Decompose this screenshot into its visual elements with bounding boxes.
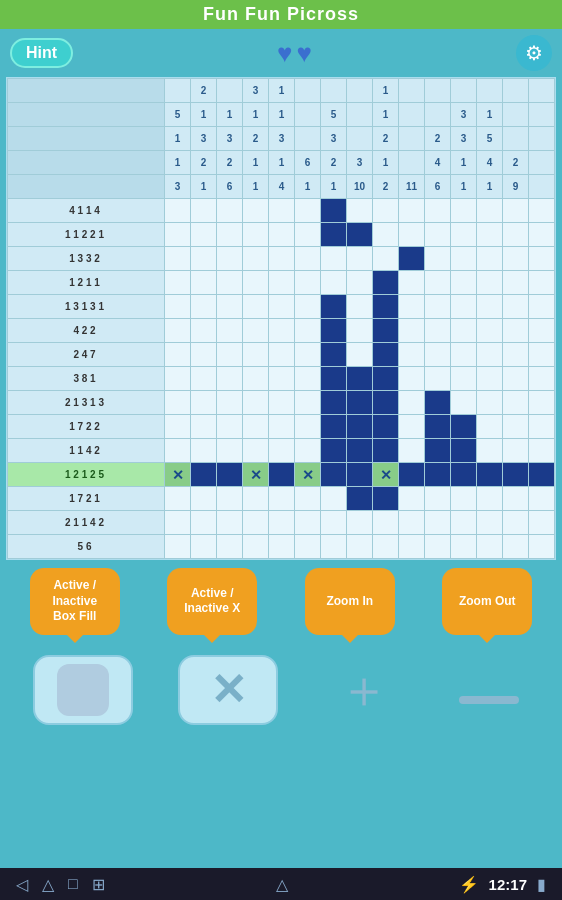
x-icon-button[interactable]: ✕: [178, 655, 278, 725]
minus-icon: [459, 696, 519, 704]
qr-icon[interactable]: ⊞: [92, 875, 105, 894]
puzzle-table: 2 3 1 1 5 1 1 1 1 5 1 3 1 1 3 3 2: [7, 78, 555, 559]
game-row-4: 1 2 1 1: [8, 271, 555, 295]
header-row: Hint ♥ ♥ ⚙: [0, 29, 562, 77]
puzzle-area: 2 3 1 1 5 1 1 1 1 5 1 3 1 1 3 3 2: [6, 77, 556, 560]
corner-cell: [8, 79, 165, 103]
game-row-8: 3 8 1: [8, 367, 555, 391]
home-icon[interactable]: △: [42, 875, 54, 894]
zoom-in-button[interactable]: Zoom In: [305, 568, 395, 635]
x-icon: ✕: [210, 664, 247, 715]
battery-icon: ▮: [537, 875, 546, 894]
game-row-12-highlighted: 1 2 1 2 5 ✕ ✕ ✕ ✕: [8, 463, 555, 487]
zoom-out-button[interactable]: Zoom Out: [442, 568, 532, 635]
game-row-13: 1 7 2 1: [8, 487, 555, 511]
top-clue-row-5: 3 1 6 1 4 1 1 10 2 11 6 1 1 9: [8, 175, 555, 199]
game-row-5: 1 3 1 3 1: [8, 295, 555, 319]
heart-2: ♥: [297, 38, 312, 69]
status-icons-right: ⚡ 12:17 ▮: [459, 875, 546, 894]
buttons-area: Active / Inactive Box Fill Active / Inac…: [0, 560, 562, 639]
game-row-14: 2 1 1 4 2: [8, 511, 555, 535]
up-icon[interactable]: △: [276, 875, 288, 894]
usb-icon: ⚡: [459, 875, 479, 894]
game-row-7: 2 4 7: [8, 343, 555, 367]
status-icons-left: ◁ △ □ ⊞: [16, 875, 105, 894]
recents-icon[interactable]: □: [68, 875, 78, 893]
top-clue-row-2: 5 1 1 1 1 5 1 3 1: [8, 103, 555, 127]
app-title: Fun Fun Picross: [203, 4, 359, 24]
gear-button[interactable]: ⚙: [516, 35, 552, 71]
game-row-3: 1 3 3 2: [8, 247, 555, 271]
game-row-2: 1 1 2 2 1: [8, 223, 555, 247]
game-row-1: 4 1 1 4: [8, 199, 555, 223]
box-shape: [57, 664, 109, 716]
game-row-9: 2 1 3 1 3: [8, 391, 555, 415]
hearts-display: ♥ ♥: [277, 38, 312, 69]
icon-buttons-area: ✕ ＋: [0, 639, 562, 733]
active-box-fill-button[interactable]: Active / Inactive Box Fill: [30, 568, 120, 635]
top-clue-row-1: 2 3 1 1: [8, 79, 555, 103]
plus-icon-button[interactable]: ＋: [324, 655, 404, 725]
hint-button[interactable]: Hint: [10, 38, 73, 68]
active-x-button[interactable]: Active / Inactive X: [167, 568, 257, 635]
time-display: 12:17: [489, 876, 527, 893]
minus-icon-button[interactable]: [449, 655, 529, 725]
heart-1: ♥: [277, 38, 292, 69]
status-bar: ◁ △ □ ⊞ △ ⚡ 12:17 ▮: [0, 868, 562, 900]
top-clue-row-4: 1 2 2 1 1 6 2 3 1 4 1 4 2: [8, 151, 555, 175]
title-bar: Fun Fun Picross: [0, 0, 562, 29]
game-row-11: 1 1 4 2: [8, 439, 555, 463]
plus-icon: ＋: [338, 655, 390, 725]
game-row-15: 5 6: [8, 535, 555, 559]
box-fill-icon-button[interactable]: [33, 655, 133, 725]
back-icon[interactable]: ◁: [16, 875, 28, 894]
top-clue-row-3: 1 3 3 2 3 3 2 2 3 5: [8, 127, 555, 151]
game-row-10: 1 7 2 2: [8, 415, 555, 439]
game-row-6: 4 2 2: [8, 319, 555, 343]
